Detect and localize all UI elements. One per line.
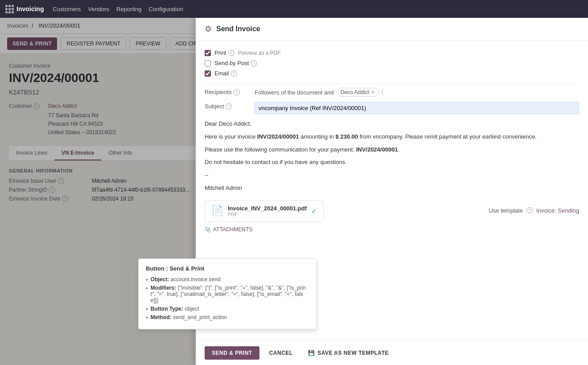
modal-header-icon: ⚙: [205, 24, 212, 34]
email-signature-dash: --: [205, 171, 579, 180]
email-body: Dear Deco Addict, Here is your invoice I…: [205, 119, 579, 193]
tooltip-bullet-3: ●: [146, 307, 148, 311]
email-label: Email ?: [214, 70, 237, 77]
email-checkbox-row: Email ?: [205, 70, 579, 77]
email-line2: Please use the following communication f…: [205, 145, 579, 155]
subject-row: Subject ?: [205, 102, 579, 114]
send-by-post-checkbox-row: Send by Post ?: [205, 60, 579, 66]
tooltip-object-value: account.invoice.send: [171, 276, 221, 283]
app-name: Invoicing: [16, 5, 44, 12]
attachments-link[interactable]: 📎 ATTACHMENTS: [205, 226, 324, 233]
use-template-help-icon: ?: [526, 207, 533, 213]
subject-help-icon: ?: [226, 103, 232, 110]
nav-items: Customers Vendors Reporting Configuratio…: [53, 6, 183, 12]
tooltip-popup: Button : Send & Print ● Object: account.…: [138, 258, 317, 329]
use-template-label: Use template: [489, 207, 523, 214]
attachment-info: Invoice_INV_2024_00001.pdf PDF: [228, 205, 307, 217]
save-icon: 💾: [308, 350, 315, 356]
print-label: Print ?: [214, 49, 234, 56]
recipients-control: Followers of the document and Deco Addic…: [255, 88, 579, 97]
tooltip-bullet-1: ●: [146, 278, 148, 282]
email-help-icon: ?: [231, 70, 237, 77]
pdf-icon: 📄: [211, 205, 223, 217]
recipients-prefix: Followers of the document and: [255, 89, 334, 96]
grid-icon: [5, 5, 14, 13]
main-layout: Invoices / INV/2024/00001 SEND & PRINT R…: [0, 18, 588, 365]
recipient-tag: Deco Addict ✕: [337, 88, 379, 97]
nav-configuration[interactable]: Configuration: [148, 6, 183, 12]
tooltip-method: ● Method: send_and_print_action: [146, 314, 309, 320]
tooltip-button-type: ● Button Type: object: [146, 306, 309, 312]
recipient-cursor[interactable]: |: [382, 89, 383, 95]
use-template-area: Use template ? Invoice: Sending: [489, 207, 579, 214]
subject-label: Subject ?: [205, 102, 249, 110]
attachment-type: PDF: [228, 212, 307, 217]
tooltip-bullet-4: ●: [146, 316, 148, 320]
modal-title: Send Invoice: [216, 25, 260, 33]
attachment-section: 📄 Invoice_INV_2024_00001.pdf PDF ✓ 📎 ATT…: [205, 200, 579, 233]
modal-send-print-button[interactable]: SEND & PRINT: [205, 346, 259, 360]
recipients-row: Recipients ? Followers of the document a…: [205, 88, 579, 97]
attachment-name: Invoice_INV_2024_00001.pdf: [228, 205, 307, 212]
divider: [205, 84, 579, 84]
email-line1: Here is your invoice INV/2024/00001 amou…: [205, 132, 579, 142]
tooltip-object: ● Object: account.invoice.send: [146, 276, 309, 283]
paperclip-icon: 📎: [205, 226, 211, 233]
tooltip-method-value: send_and_print_action: [173, 314, 227, 320]
attachment-box: 📄 Invoice_INV_2024_00001.pdf PDF ✓: [205, 200, 324, 222]
recipient-remove-icon[interactable]: ✕: [371, 90, 375, 95]
subject-control: [255, 102, 579, 114]
use-template-value[interactable]: Invoice: Sending: [536, 207, 579, 214]
nav-reporting[interactable]: Reporting: [116, 6, 141, 12]
attachment-check-icon: ✓: [311, 207, 317, 215]
nav-vendors[interactable]: Vendors: [88, 6, 109, 12]
modal-cancel-button[interactable]: CANCEL: [264, 346, 298, 360]
email-checkbox[interactable]: [205, 70, 211, 77]
tooltip-modifiers: ● Modifiers: {"invisible": ["|", ["is_pr…: [146, 285, 309, 303]
send-by-post-help-icon: ?: [251, 60, 257, 66]
nav-customers[interactable]: Customers: [53, 6, 81, 12]
email-greeting: Dear Deco Addict,: [205, 119, 579, 129]
topnav: Invoicing Customers Vendors Reporting Co…: [0, 0, 588, 18]
print-checkbox-row: Print ? Preview as a PDF: [205, 49, 579, 56]
modal-header: ⚙ Send Invoice: [196, 18, 588, 41]
tooltip-title: Button : Send & Print: [146, 265, 309, 272]
tooltip-bullet-2: ●: [146, 286, 148, 290]
email-line3: Do not hesitate to contact us if you hav…: [205, 158, 579, 167]
print-sublabel: Preview as a PDF: [238, 50, 281, 56]
modal-save-template-button[interactable]: 💾 SAVE AS NEW TEMPLATE: [303, 346, 394, 360]
recipients-label: Recipients ?: [205, 88, 249, 95]
subject-input[interactable]: [255, 102, 579, 114]
tooltip-button-type-value: object: [185, 306, 199, 312]
recipients-area: Followers of the document and Deco Addic…: [255, 88, 579, 97]
print-help-icon: ?: [228, 50, 234, 56]
modal-footer: SEND & PRINT CANCEL 💾 SAVE AS NEW TEMPLA…: [196, 340, 588, 365]
recipients-help-icon: ?: [234, 89, 240, 95]
send-by-post-label: Send by Post ?: [214, 60, 257, 66]
send-by-post-checkbox[interactable]: [205, 60, 211, 66]
app-logo[interactable]: Invoicing: [5, 5, 44, 13]
email-signature-name: Mitchell Admin: [205, 184, 579, 193]
print-checkbox[interactable]: [205, 50, 211, 56]
